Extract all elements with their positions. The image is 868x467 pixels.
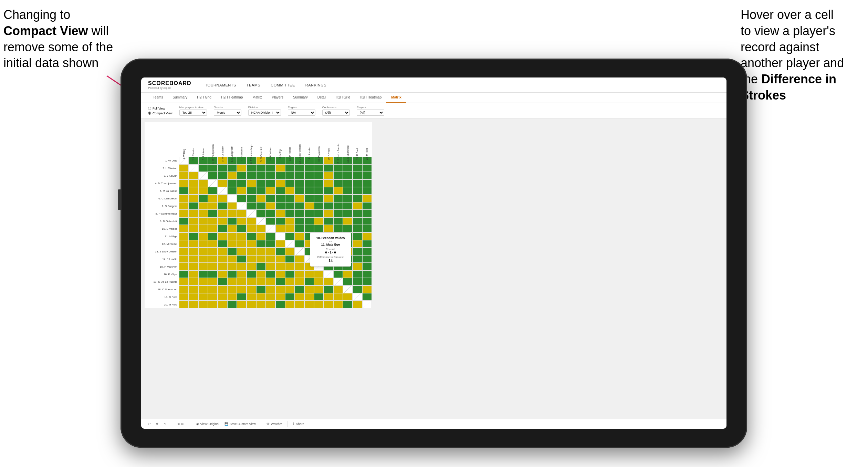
matrix-cell-4-7[interactable] — [237, 179, 247, 187]
matrix-cell-6-19[interactable] — [353, 195, 362, 202]
toolbar-undo2[interactable]: ↪ — [164, 422, 167, 426]
matrix-cell-15-1[interactable] — [179, 263, 189, 270]
matrix-cell-10-12[interactable] — [285, 225, 295, 232]
matrix-cell-19-13[interactable] — [295, 293, 304, 301]
matrix-cell-5-5[interactable] — [218, 187, 227, 195]
matrix-cell-6-10[interactable] — [266, 195, 275, 202]
matrix-cell-17-6[interactable] — [227, 278, 237, 286]
matrix-cell-7-19[interactable] — [353, 202, 362, 210]
matrix-cell-17-16[interactable] — [324, 278, 333, 286]
matrix-cell-19-18[interactable] — [343, 293, 353, 301]
matrix-cell-8-5[interactable] — [218, 210, 227, 217]
matrix-cell-9-13[interactable] — [295, 217, 304, 225]
matrix-cell-20-14[interactable] — [304, 301, 314, 308]
matrix-cell-10-10[interactable] — [266, 225, 275, 232]
matrix-cell-8-1[interactable] — [179, 210, 189, 217]
matrix-cell-6-7[interactable] — [237, 195, 247, 202]
matrix-cell-17-20[interactable] — [362, 278, 372, 286]
matrix-cell-16-2[interactable] — [189, 270, 198, 278]
matrix-cell-8-19[interactable] — [353, 210, 362, 217]
matrix-cell-10-2[interactable] — [189, 225, 198, 232]
matrix-cell-3-5[interactable] — [218, 172, 227, 179]
matrix-cell-3-14[interactable] — [304, 172, 314, 179]
matrix-cell-18-7[interactable] — [237, 286, 247, 293]
matrix-cell-6-6[interactable] — [227, 195, 237, 202]
toolbar-watch[interactable]: 👁 Watch ▾ — [266, 422, 282, 426]
tab-h2h-grid[interactable]: H2H Grid — [192, 93, 216, 103]
matrix-cell-20-1[interactable] — [179, 301, 189, 308]
matrix-cell-3-13[interactable] — [295, 172, 304, 179]
matrix-cell-13-1[interactable] — [179, 248, 189, 255]
matrix-cell-10-15[interactable] — [314, 225, 324, 232]
matrix-cell-15-13[interactable] — [295, 263, 304, 270]
matrix-cell-8-16[interactable] — [324, 210, 333, 217]
matrix-cell-13-6[interactable] — [227, 248, 237, 255]
matrix-cell-17-18[interactable] — [343, 278, 353, 286]
matrix-cell-18-5[interactable] — [218, 286, 227, 293]
matrix-cell-5-20[interactable] — [362, 187, 372, 195]
matrix-cell-2-20[interactable] — [362, 164, 372, 172]
matrix-cell-20-6[interactable] — [227, 301, 237, 308]
matrix-cell-13-2[interactable] — [189, 248, 198, 255]
matrix-cell-18-3[interactable] — [198, 286, 208, 293]
matrix-cell-12-11[interactable] — [275, 240, 285, 248]
tab-summary[interactable]: Summary — [168, 93, 192, 103]
matrix-cell-2-18[interactable] — [343, 164, 353, 172]
matrix-cell-4-6[interactable] — [227, 179, 237, 187]
matrix-cell-4-2[interactable] — [189, 179, 198, 187]
matrix-cell-18-12[interactable] — [285, 286, 295, 293]
matrix-cell-10-11[interactable] — [275, 225, 285, 232]
matrix-cell-19-9[interactable] — [256, 293, 266, 301]
matrix-cell-13-3[interactable] — [198, 248, 208, 255]
matrix-cell-9-5[interactable] — [218, 217, 227, 225]
tab-players-h2h-heatmap[interactable]: H2H Heatmap — [355, 93, 386, 103]
matrix-cell-13-5[interactable] — [218, 248, 227, 255]
matrix-cell-17-4[interactable] — [208, 278, 218, 286]
matrix-cell-9-10[interactable] — [266, 217, 275, 225]
full-view-radio[interactable] — [148, 107, 151, 110]
matrix-cell-13-11[interactable] — [275, 248, 285, 255]
matrix-cell-2-14[interactable] — [304, 164, 314, 172]
matrix-cell-3-1[interactable] — [179, 172, 189, 179]
matrix-cell-8-6[interactable] — [227, 210, 237, 217]
matrix-cell-5-2[interactable] — [189, 187, 198, 195]
full-view-option[interactable]: Full View — [148, 107, 172, 110]
matrix-cell-15-6[interactable] — [227, 263, 237, 270]
matrix-cell-20-17[interactable] — [333, 301, 343, 308]
matrix-cell-2-12[interactable] — [285, 164, 295, 172]
matrix-cell-5-16[interactable] — [324, 187, 333, 195]
matrix-cell-8-10[interactable] — [266, 210, 275, 217]
matrix-cell-16-18[interactable] — [343, 270, 353, 278]
matrix-cell-13-12[interactable] — [285, 248, 295, 255]
matrix-cell-4-11[interactable] — [275, 179, 285, 187]
matrix-cell-7-16[interactable] — [324, 202, 333, 210]
tab-players[interactable]: Players — [267, 93, 288, 103]
matrix-cell-18-2[interactable] — [189, 286, 198, 293]
matrix-cell-14-12[interactable] — [285, 255, 295, 263]
matrix-cell-7-4[interactable] — [208, 202, 218, 210]
matrix-cell-19-14[interactable] — [304, 293, 314, 301]
conference-select[interactable]: (All) — [322, 110, 350, 116]
matrix-cell-6-14[interactable] — [304, 195, 314, 202]
matrix-cell-8-2[interactable] — [189, 210, 198, 217]
matrix-cell-17-12[interactable] — [285, 278, 295, 286]
matrix-cell-18-14[interactable] — [304, 286, 314, 293]
matrix-cell-4-13[interactable] — [295, 179, 304, 187]
division-select[interactable]: NCAA Division I — [248, 110, 281, 116]
matrix-cell-3-9[interactable] — [256, 172, 266, 179]
matrix-cell-14-7[interactable] — [237, 255, 247, 263]
matrix-cell-8-3[interactable] — [198, 210, 208, 217]
matrix-cell-7-2[interactable] — [189, 202, 198, 210]
matrix-cell-12-12[interactable] — [285, 240, 295, 248]
matrix-cell-3-6[interactable] — [227, 172, 237, 179]
matrix-cell-5-9[interactable] — [256, 187, 266, 195]
matrix-cell-9-4[interactable] — [208, 217, 218, 225]
tab-h2h-heatmap[interactable]: H2H Heatmap — [216, 93, 248, 103]
matrix-cell-10-7[interactable] — [237, 225, 247, 232]
matrix-cell-14-13[interactable] — [295, 255, 304, 263]
matrix-cell-4-4[interactable] — [208, 179, 218, 187]
matrix-cell-20-5[interactable] — [218, 301, 227, 308]
matrix-cell-6-12[interactable] — [285, 195, 295, 202]
matrix-cell-6-11[interactable] — [275, 195, 285, 202]
matrix-cell-8-18[interactable] — [343, 210, 353, 217]
